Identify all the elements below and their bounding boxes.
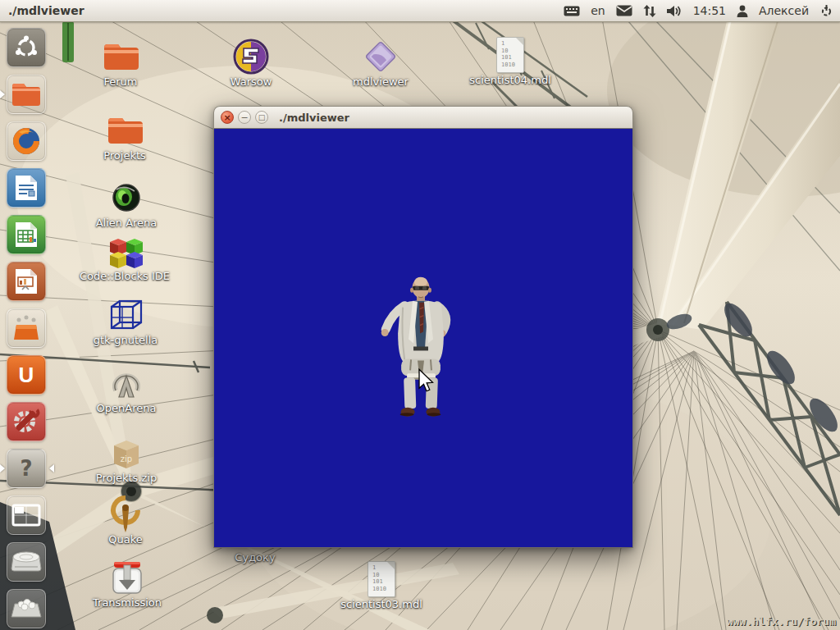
session-gear-icon[interactable] — [819, 4, 833, 18]
keyboard-icon[interactable] — [564, 6, 580, 16]
desktop-icon-label: Transmission — [93, 597, 162, 609]
quake-logo-icon — [107, 495, 144, 533]
sync-arrows-icon[interactable] — [643, 5, 656, 17]
desktop-icon-label: scientist03.mdl — [340, 599, 422, 610]
firefox-icon — [11, 126, 42, 157]
four-cubes-icon — [105, 232, 144, 270]
dock-item-trash[interactable] — [7, 589, 46, 628]
desktop-icon-openarena[interactable]: OpenArena — [73, 364, 180, 414]
dock-item-libreoffice-writer[interactable] — [7, 168, 46, 208]
desktop-icon-transmission[interactable]: Transmission — [74, 559, 180, 609]
desktop-icon-label: Warsow — [231, 76, 272, 88]
transmission-icon — [109, 559, 145, 596]
desktop-icon-label: Code::Blocks IDE — [80, 271, 170, 282]
desktop-icon-sudoku[interactable]: Судоку — [202, 551, 308, 564]
hlfx-forum-watermark: www.hlfx.ru/forum — [727, 615, 836, 628]
desktop-icon-quake[interactable]: Quake — [72, 495, 179, 546]
dock-item-libreoffice-impress[interactable] — [7, 262, 46, 301]
dock-item-mdlviewer-running[interactable]: ? — [7, 449, 46, 488]
user-icon — [737, 5, 748, 17]
maximize-button[interactable]: □ — [255, 111, 268, 124]
desktop-icon-label: scientist04.mdl — [469, 75, 551, 86]
desktop-icon-label: Quake — [108, 534, 143, 546]
unknown-app-question-glyph: ? — [20, 456, 32, 481]
dock-item-ubuntu-home[interactable] — [7, 28, 46, 67]
desktop-icon-mdlviewer[interactable]: mdlviewer — [327, 38, 434, 88]
desktop-icon-label: Projekts.zip — [96, 472, 157, 484]
desktop-icon-label: Судоку — [235, 552, 275, 564]
top-panel: ./mdlviewer en 14:51 Алексей — [0, 0, 840, 22]
desktop-icon-codeblocks[interactable]: Code::Blocks IDE — [71, 232, 178, 282]
dock-item-ubuntu-one[interactable]: U — [7, 355, 46, 395]
desktop-icon-scientist03-mdl[interactable]: 1 10 101 1010 scientist03.mdl — [328, 560, 435, 610]
clock[interactable]: 14:51 — [693, 4, 726, 17]
alien-eye-orb-icon — [112, 179, 141, 217]
desktop-icon-label: gtk-gnutella — [94, 335, 158, 346]
launcher-dock: U ? — [0, 21, 54, 630]
mdlviewer-window: × − □ ./mdlviewer — [213, 106, 633, 548]
close-button[interactable]: × — [221, 111, 234, 124]
model-viewport[interactable] — [213, 129, 633, 548]
desktop-icon-projekts-zip[interactable]: zip Projekts.zip — [73, 434, 180, 484]
desktop-icon-scientist04-mdl[interactable]: 1 10 101 1010 scientist04.mdl — [457, 36, 564, 86]
half-life-scientist-model — [214, 129, 632, 547]
desktop-icon-label: OpenArena — [97, 403, 157, 414]
desktop-icon-gtk-gnutella[interactable]: gtk-gnutella — [72, 296, 179, 346]
dock-item-system-settings[interactable] — [7, 402, 46, 441]
desktop-icon-warsow[interactable]: Warsow — [198, 38, 304, 88]
folder-icon — [103, 38, 139, 75]
desktop-icon-alien-arena[interactable]: Alien Arena — [73, 179, 180, 229]
trash-icon — [10, 597, 43, 620]
running-indicator-arrow — [0, 464, 5, 472]
dock-item-workspace-switcher[interactable] — [7, 495, 46, 535]
window-titlebar[interactable]: × − □ ./mdlviewer — [213, 106, 633, 129]
zip-box-icon: zip — [107, 434, 145, 472]
desktop-icon-label: Projekts — [103, 150, 146, 162]
binary-document-icon: 1 10 101 1010 — [368, 560, 395, 598]
desktop-icon-label: Alien Arena — [96, 217, 158, 229]
folder-icon — [11, 81, 42, 107]
desktop-icon-ferum[interactable]: Ferum — [67, 38, 174, 88]
software-center-bag-icon — [11, 313, 41, 343]
dock-item-files[interactable] — [7, 75, 46, 114]
mail-icon[interactable] — [616, 5, 632, 16]
desktop-icon-label: mdlviewer — [353, 76, 409, 88]
workspaces-icon — [11, 503, 42, 527]
ubuntu-one-u-glyph: U — [19, 363, 34, 388]
calc-spreadsheet-icon — [14, 221, 39, 249]
warsow-logo-icon — [233, 38, 269, 75]
zip-text: zip — [121, 454, 132, 463]
dock-item-software-center[interactable] — [7, 308, 46, 348]
window-title: ./mdlviewer — [279, 112, 349, 124]
volume-icon[interactable] — [667, 5, 682, 17]
dock-item-firefox[interactable] — [7, 121, 46, 161]
keyboard-layout-indicator[interactable]: en — [591, 4, 605, 17]
impress-presentation-icon — [14, 267, 39, 295]
gear-wrench-icon — [11, 407, 41, 436]
ubuntu-logo-icon — [12, 34, 40, 62]
session-username[interactable]: Алексей — [759, 4, 809, 17]
focused-indicator-arrow — [49, 464, 54, 472]
binary-document-icon: 1 10 101 1010 — [496, 36, 524, 74]
dock-item-libreoffice-calc[interactable] — [7, 215, 46, 254]
desktop-icon-projekts[interactable]: Projekts — [71, 112, 178, 162]
wireframe-cube-icon — [107, 296, 144, 334]
minimize-button[interactable]: − — [238, 111, 251, 124]
purple-diamond-icon — [363, 38, 399, 75]
panel-app-title: ./mdlviewer — [8, 4, 84, 17]
folder-icon — [107, 112, 143, 149]
dock-item-hard-disk[interactable] — [7, 542, 46, 582]
metallic-a-logo-icon — [107, 364, 145, 402]
writer-document-icon — [14, 174, 39, 202]
hard-disk-icon — [10, 549, 43, 575]
desktop-icon-label: Ferum — [103, 76, 137, 88]
running-indicator-arrow — [0, 90, 5, 98]
